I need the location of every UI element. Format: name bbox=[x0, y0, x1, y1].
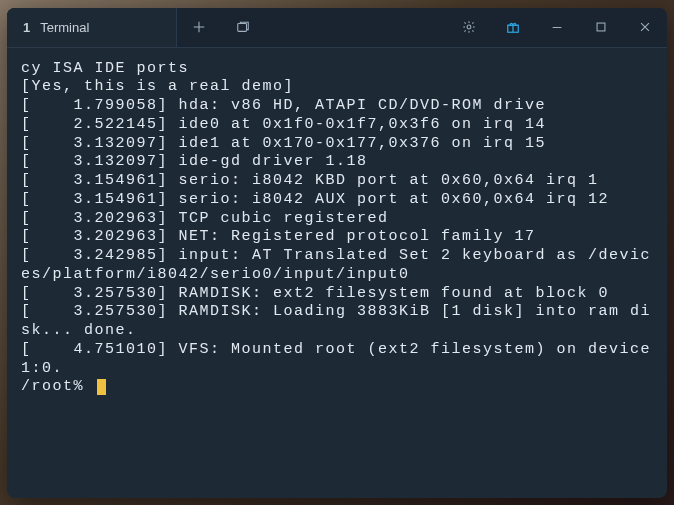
terminal-line: [ 3.202963] TCP cubic registered bbox=[21, 210, 653, 229]
terminal-line: [ 3.257530] RAMDISK: Loading 3883KiB [1 … bbox=[21, 303, 653, 341]
terminal-line: [ 4.751010] VFS: Mounted root (ext2 file… bbox=[21, 341, 653, 379]
maximize-icon bbox=[594, 20, 608, 34]
tab-index: 1 bbox=[23, 20, 30, 35]
terminal-line: [ 2.522145] ide0 at 0x1f0-0x1f7,0x3f6 on… bbox=[21, 116, 653, 135]
settings-button[interactable] bbox=[447, 8, 491, 47]
gift-button[interactable] bbox=[491, 8, 535, 47]
terminal-prompt: /root% bbox=[21, 378, 95, 395]
maximize-button[interactable] bbox=[579, 8, 623, 47]
titlebar: 1 Terminal bbox=[7, 8, 667, 48]
cursor bbox=[97, 379, 106, 395]
svg-rect-0 bbox=[238, 24, 247, 32]
terminal-line: [ 3.242985] input: AT Translated Set 2 k… bbox=[21, 247, 653, 285]
tab-title: Terminal bbox=[40, 20, 89, 35]
terminal-line: [Yes, this is a real demo] bbox=[21, 78, 653, 97]
terminal-line: [ 1.799058] hda: v86 HD, ATAPI CD/DVD-RO… bbox=[21, 97, 653, 116]
terminal-line: [ 3.132097] ide-gd driver 1.18 bbox=[21, 153, 653, 172]
terminal-line: [ 3.132097] ide1 at 0x170-0x177,0x376 on… bbox=[21, 135, 653, 154]
close-icon bbox=[638, 20, 652, 34]
terminal-line: [ 3.154961] serio: i8042 AUX port at 0x6… bbox=[21, 191, 653, 210]
tabs-overview-button[interactable] bbox=[221, 8, 265, 47]
terminal-line: [ 3.202963] NET: Registered protocol fam… bbox=[21, 228, 653, 247]
plus-icon bbox=[192, 20, 206, 34]
terminal-line: [ 3.257530] RAMDISK: ext2 filesystem fou… bbox=[21, 285, 653, 304]
close-button[interactable] bbox=[623, 8, 667, 47]
tabs-icon bbox=[236, 20, 250, 34]
new-tab-button[interactable] bbox=[177, 8, 221, 47]
minimize-button[interactable] bbox=[535, 8, 579, 47]
minimize-icon bbox=[550, 20, 564, 34]
gift-icon bbox=[506, 20, 520, 34]
terminal-line: [ 3.154961] serio: i8042 KBD port at 0x6… bbox=[21, 172, 653, 191]
gear-icon bbox=[462, 20, 476, 34]
tab-terminal[interactable]: 1 Terminal bbox=[7, 8, 177, 47]
svg-point-1 bbox=[467, 25, 471, 29]
terminal-output[interactable]: cy ISA IDE ports[Yes, this is a real dem… bbox=[7, 48, 667, 498]
terminal-line: cy ISA IDE ports bbox=[21, 60, 653, 79]
svg-rect-3 bbox=[597, 23, 605, 31]
terminal-window: 1 Terminal cy ISA IDE ports[Yes, this is… bbox=[7, 8, 667, 498]
